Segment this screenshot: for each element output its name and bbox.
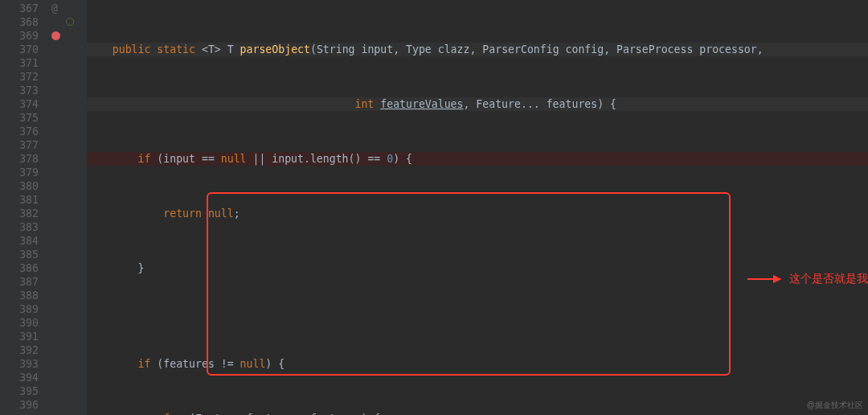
line-number: 388 bbox=[0, 289, 39, 302]
line-number: 374 bbox=[0, 97, 39, 111]
line-number: 368 bbox=[0, 15, 39, 29]
gutter-marker-row[interactable] bbox=[47, 70, 87, 84]
gutter-marker-row[interactable] bbox=[47, 289, 87, 302]
gutter-marker-row[interactable] bbox=[47, 125, 87, 138]
line-number: 386 bbox=[0, 261, 39, 275]
line-number: 390 bbox=[0, 316, 39, 330]
line-number: 372 bbox=[0, 70, 39, 84]
line-number: 392 bbox=[0, 343, 39, 357]
line-number: 369 bbox=[0, 29, 39, 43]
gutter-marker-row[interactable] bbox=[47, 111, 87, 125]
line-number: 379 bbox=[0, 166, 39, 179]
gutter-marker-row[interactable] bbox=[47, 248, 87, 261]
line-number: 375 bbox=[0, 111, 39, 125]
line-number: 394 bbox=[0, 371, 39, 384]
line-number: 385 bbox=[0, 248, 39, 261]
line-number: 378 bbox=[0, 152, 39, 166]
gutter-marker-row[interactable] bbox=[47, 15, 87, 29]
gutter-marker-row[interactable]: @ bbox=[47, 2, 87, 15]
line-number: 393 bbox=[0, 357, 39, 371]
gutter-marker-row[interactable] bbox=[47, 302, 87, 316]
gutter-marker-row[interactable] bbox=[47, 84, 87, 97]
line-number: 389 bbox=[0, 302, 39, 316]
gutter-marker-row[interactable] bbox=[47, 357, 87, 371]
gutter-marker-row[interactable] bbox=[47, 56, 87, 70]
gutter-marker-row[interactable] bbox=[47, 234, 87, 248]
watermark: @掘金技术社区 bbox=[807, 398, 863, 412]
gutter-marker-row[interactable] bbox=[47, 152, 87, 166]
override-gutter-icon bbox=[66, 18, 74, 26]
gutter-marker-row[interactable] bbox=[47, 275, 87, 289]
gutter-marker-row[interactable] bbox=[47, 29, 87, 43]
line-number: 367 bbox=[0, 2, 39, 15]
code-area[interactable]: public static <T> T parseObject(String i… bbox=[87, 0, 868, 415]
line-number: 380 bbox=[0, 179, 39, 193]
code-line: for (Feature feature : features) { bbox=[87, 412, 868, 415]
code-line: return null; bbox=[87, 207, 868, 220]
line-number: 377 bbox=[0, 138, 39, 152]
gutter-marker-row[interactable] bbox=[47, 398, 87, 412]
line-number: 370 bbox=[0, 43, 39, 56]
code-line: if (features != null) { bbox=[87, 357, 868, 371]
code-editor[interactable]: 3673683693703713723733743753763773783793… bbox=[0, 0, 868, 415]
code-line: int featureValues, Feature... features) … bbox=[87, 97, 868, 111]
annotation-highlight-box bbox=[207, 192, 731, 376]
line-number: 373 bbox=[0, 84, 39, 97]
gutter-marker-row[interactable] bbox=[47, 193, 87, 207]
gutter-marker-row[interactable] bbox=[47, 384, 87, 398]
line-number: 376 bbox=[0, 125, 39, 138]
line-number: 395 bbox=[0, 384, 39, 398]
code-line-breakpoint: if (input == null || input.length() == 0… bbox=[87, 152, 868, 166]
line-number: 382 bbox=[0, 207, 39, 220]
line-number: 381 bbox=[0, 193, 39, 207]
code-line bbox=[87, 302, 868, 316]
svg-marker-1 bbox=[773, 275, 781, 283]
line-number: 371 bbox=[0, 56, 39, 70]
modified-gutter-icon: @ bbox=[51, 2, 58, 14]
gutter-marker-row[interactable] bbox=[47, 316, 87, 330]
code-line: public static <T> T parseObject(String i… bbox=[87, 43, 868, 56]
gutter-marker-row[interactable] bbox=[47, 166, 87, 179]
gutter-marker-row[interactable] bbox=[47, 97, 87, 111]
line-number: 387 bbox=[0, 275, 39, 289]
line-number-gutter: 3673683693703713723733743753763773783793… bbox=[0, 0, 47, 415]
gutter-marker-row[interactable] bbox=[47, 179, 87, 193]
gutter-marker-row[interactable] bbox=[47, 371, 87, 384]
gutter-marker-row[interactable] bbox=[47, 330, 87, 343]
gutter-marker-row[interactable] bbox=[47, 343, 87, 357]
gutter-marker-row[interactable] bbox=[47, 261, 87, 275]
gutter-marker-row[interactable] bbox=[47, 207, 87, 220]
line-number: 383 bbox=[0, 220, 39, 234]
arrow-icon bbox=[744, 274, 781, 284]
gutter-marker-row[interactable] bbox=[47, 138, 87, 152]
line-number: 384 bbox=[0, 234, 39, 248]
svg-marker-2 bbox=[773, 275, 781, 283]
breakpoint-icon[interactable] bbox=[51, 31, 60, 40]
line-number: 396 bbox=[0, 398, 39, 412]
gutter-marker-row[interactable] bbox=[47, 43, 87, 56]
gutter-markers[interactable]: @ bbox=[47, 0, 87, 415]
line-number: 391 bbox=[0, 330, 39, 343]
gutter-marker-row[interactable] bbox=[47, 220, 87, 234]
code-line: } bbox=[87, 261, 868, 275]
